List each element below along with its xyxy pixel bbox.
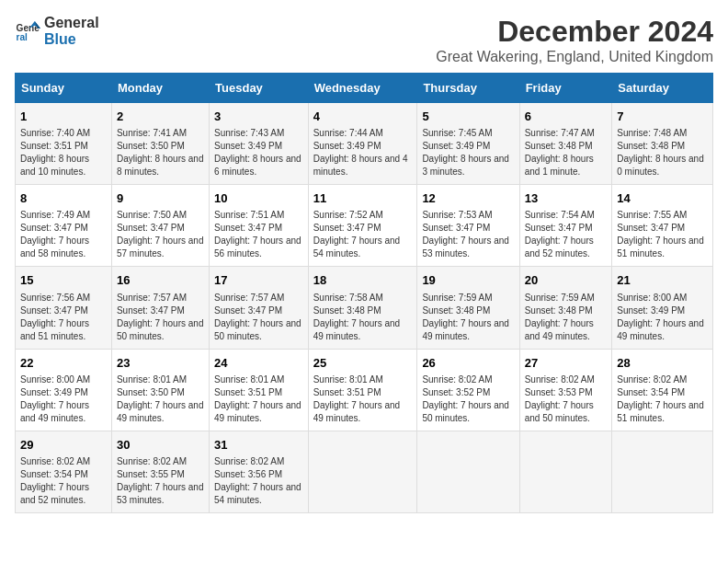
- day-number: 24: [214, 355, 303, 372]
- sunrise-text: Sunrise: 7:52 AM: [313, 209, 413, 222]
- calendar-header-row: SundayMondayTuesdayWednesdayThursdayFrid…: [16, 74, 713, 103]
- sunset-text: Sunset: 3:51 PM: [214, 386, 303, 399]
- calendar-cell: 20Sunrise: 7:59 AMSunset: 3:48 PMDayligh…: [519, 267, 612, 349]
- calendar-cell: 8Sunrise: 7:49 AMSunset: 3:47 PMDaylight…: [16, 185, 112, 267]
- day-number: 30: [117, 437, 204, 454]
- page-subtitle: Great Wakering, England, United Kingdom: [436, 49, 713, 65]
- sunrise-text: Sunrise: 7:55 AM: [617, 209, 708, 222]
- day-number: 20: [525, 272, 608, 289]
- daylight-text: Daylight: 7 hours and 52 minutes.: [20, 481, 107, 507]
- day-number: 22: [20, 355, 107, 372]
- daylight-text: Daylight: 7 hours and 49 minutes.: [117, 399, 204, 425]
- sunrise-text: Sunrise: 7:58 AM: [313, 292, 413, 304]
- sunset-text: Sunset: 3:52 PM: [422, 386, 514, 399]
- day-number: 4: [313, 109, 413, 125]
- daylight-text: Daylight: 8 hours and 3 minutes.: [422, 153, 514, 178]
- sunrise-text: Sunrise: 8:00 AM: [617, 292, 708, 304]
- daylight-text: Daylight: 7 hours and 52 minutes.: [525, 235, 608, 260]
- sunrise-text: Sunrise: 7:40 AM: [20, 127, 107, 140]
- day-number: 13: [525, 190, 608, 207]
- day-number: 31: [214, 437, 303, 454]
- sunrise-text: Sunrise: 7:51 AM: [214, 209, 303, 222]
- sunset-text: Sunset: 3:47 PM: [422, 222, 514, 235]
- sunrise-text: Sunrise: 7:59 AM: [525, 292, 608, 304]
- daylight-text: Daylight: 7 hours and 49 minutes.: [422, 317, 514, 343]
- daylight-text: Daylight: 7 hours and 57 minutes.: [117, 235, 204, 260]
- logo-text-line1: General: [44, 15, 99, 31]
- sunset-text: Sunset: 3:47 PM: [525, 222, 608, 235]
- sunrise-text: Sunrise: 7:50 AM: [117, 209, 204, 222]
- day-header-sunday: Sunday: [16, 74, 112, 103]
- daylight-text: Daylight: 8 hours and 1 minute.: [525, 153, 608, 178]
- day-number: 11: [313, 190, 413, 207]
- logo-text-line2: Blue: [44, 31, 99, 48]
- calendar-cell: 3Sunrise: 7:43 AMSunset: 3:49 PMDaylight…: [210, 103, 309, 185]
- calendar-cell: 21Sunrise: 8:00 AMSunset: 3:49 PMDayligh…: [612, 267, 713, 349]
- daylight-text: Daylight: 7 hours and 54 minutes.: [313, 235, 413, 260]
- sunset-text: Sunset: 3:47 PM: [214, 304, 303, 317]
- calendar-cell: 18Sunrise: 7:58 AMSunset: 3:48 PMDayligh…: [308, 267, 417, 349]
- sunset-text: Sunset: 3:47 PM: [617, 222, 708, 235]
- sunrise-text: Sunrise: 7:45 AM: [422, 127, 514, 140]
- daylight-text: Daylight: 8 hours and 8 minutes.: [117, 153, 204, 178]
- day-number: 2: [117, 109, 204, 125]
- calendar-cell: 29Sunrise: 8:02 AMSunset: 3:54 PMDayligh…: [16, 431, 112, 512]
- daylight-text: Daylight: 7 hours and 53 minutes.: [422, 235, 514, 260]
- calendar-cell: 26Sunrise: 8:02 AMSunset: 3:52 PMDayligh…: [417, 349, 519, 431]
- calendar-cell: 22Sunrise: 8:00 AMSunset: 3:49 PMDayligh…: [16, 349, 112, 431]
- daylight-text: Daylight: 8 hours and 6 minutes.: [214, 153, 303, 178]
- sunrise-text: Sunrise: 7:47 AM: [525, 127, 608, 140]
- calendar-cell: 16Sunrise: 7:57 AMSunset: 3:47 PMDayligh…: [111, 267, 209, 349]
- sunrise-text: Sunrise: 7:49 AM: [20, 209, 107, 222]
- day-number: 9: [117, 190, 204, 207]
- day-number: 27: [525, 355, 608, 372]
- calendar-cell: 12Sunrise: 7:53 AMSunset: 3:47 PMDayligh…: [417, 185, 519, 267]
- page-header: Gene ral General Blue December 2024 Grea…: [15, 15, 713, 65]
- day-header-tuesday: Tuesday: [210, 74, 309, 103]
- daylight-text: Daylight: 7 hours and 53 minutes.: [117, 481, 204, 507]
- sunrise-text: Sunrise: 7:41 AM: [117, 127, 204, 140]
- calendar-cell: 30Sunrise: 8:02 AMSunset: 3:55 PMDayligh…: [111, 431, 209, 512]
- sunset-text: Sunset: 3:56 PM: [214, 468, 303, 481]
- calendar-cell: [308, 431, 417, 512]
- svg-text:ral: ral: [17, 32, 28, 42]
- day-number: 6: [525, 109, 608, 125]
- day-number: 21: [617, 272, 708, 289]
- sunrise-text: Sunrise: 7:43 AM: [214, 127, 303, 140]
- sunset-text: Sunset: 3:48 PM: [525, 304, 608, 317]
- day-number: 25: [313, 355, 413, 372]
- calendar-cell: 19Sunrise: 7:59 AMSunset: 3:48 PMDayligh…: [417, 267, 519, 349]
- sunrise-text: Sunrise: 8:02 AM: [20, 455, 107, 468]
- calendar-week-row: 22Sunrise: 8:00 AMSunset: 3:49 PMDayligh…: [16, 349, 713, 431]
- day-number: 16: [117, 272, 204, 289]
- sunset-text: Sunset: 3:51 PM: [313, 386, 413, 399]
- day-number: 26: [422, 355, 514, 372]
- day-number: 5: [422, 109, 514, 125]
- day-number: 7: [617, 109, 708, 125]
- daylight-text: Daylight: 8 hours and 10 minutes.: [20, 153, 107, 178]
- sunset-text: Sunset: 3:49 PM: [20, 386, 107, 399]
- sunrise-text: Sunrise: 8:01 AM: [117, 373, 204, 386]
- sunset-text: Sunset: 3:55 PM: [117, 468, 204, 481]
- daylight-text: Daylight: 7 hours and 50 minutes.: [422, 399, 514, 425]
- sunrise-text: Sunrise: 8:02 AM: [214, 455, 303, 468]
- calendar-week-row: 29Sunrise: 8:02 AMSunset: 3:54 PMDayligh…: [16, 431, 713, 512]
- logo-icon: Gene ral: [15, 18, 40, 44]
- sunrise-text: Sunrise: 8:01 AM: [214, 373, 303, 386]
- calendar-cell: 25Sunrise: 8:01 AMSunset: 3:51 PMDayligh…: [308, 349, 417, 431]
- calendar-cell: [519, 431, 612, 512]
- sunrise-text: Sunrise: 7:53 AM: [422, 209, 514, 222]
- sunrise-text: Sunrise: 8:01 AM: [313, 373, 413, 386]
- daylight-text: Daylight: 7 hours and 51 minutes.: [20, 317, 107, 343]
- sunrise-text: Sunrise: 7:48 AM: [617, 127, 708, 140]
- day-number: 15: [20, 272, 107, 289]
- day-header-thursday: Thursday: [417, 74, 519, 103]
- page-title: December 2024: [436, 15, 713, 49]
- sunset-text: Sunset: 3:47 PM: [214, 222, 303, 235]
- day-header-monday: Monday: [111, 74, 209, 103]
- sunset-text: Sunset: 3:51 PM: [20, 140, 107, 153]
- day-number: 23: [117, 355, 204, 372]
- daylight-text: Daylight: 7 hours and 49 minutes.: [617, 317, 708, 343]
- calendar-cell: 5Sunrise: 7:45 AMSunset: 3:49 PMDaylight…: [417, 103, 519, 185]
- calendar-cell: 10Sunrise: 7:51 AMSunset: 3:47 PMDayligh…: [210, 185, 309, 267]
